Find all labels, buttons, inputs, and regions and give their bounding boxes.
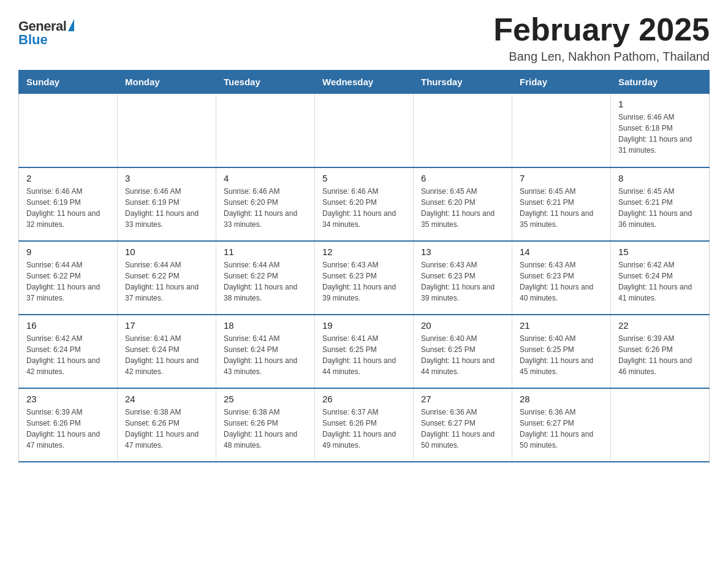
calendar-cell: 16Sunrise: 6:42 AMSunset: 6:24 PMDayligh… (19, 315, 118, 388)
day-number: 28 (520, 394, 603, 404)
day-of-week-header: Sunday (19, 71, 118, 94)
day-info: Sunrise: 6:45 AMSunset: 6:21 PMDaylight:… (618, 186, 702, 230)
day-number: 7 (520, 173, 603, 183)
day-info: Sunrise: 6:45 AMSunset: 6:20 PMDaylight:… (421, 186, 504, 230)
day-number: 6 (421, 173, 504, 183)
day-number: 2 (26, 173, 110, 183)
page-header: General Blue February 2025 Bang Len, Nak… (18, 12, 710, 64)
day-info: Sunrise: 6:43 AMSunset: 6:23 PMDaylight:… (421, 259, 504, 304)
calendar-cell: 27Sunrise: 6:36 AMSunset: 6:27 PMDayligh… (414, 388, 512, 462)
calendar-cell: 12Sunrise: 6:43 AMSunset: 6:23 PMDayligh… (315, 241, 414, 315)
day-info: Sunrise: 6:38 AMSunset: 6:26 PMDaylight:… (224, 407, 307, 451)
calendar-cell: 20Sunrise: 6:40 AMSunset: 6:25 PMDayligh… (414, 315, 512, 388)
day-of-week-header: Wednesday (315, 71, 414, 94)
calendar-cell: 24Sunrise: 6:38 AMSunset: 6:26 PMDayligh… (118, 388, 216, 462)
day-number: 3 (125, 173, 208, 183)
day-number: 26 (322, 394, 406, 404)
calendar-cell: 25Sunrise: 6:38 AMSunset: 6:26 PMDayligh… (216, 388, 315, 462)
day-info: Sunrise: 6:46 AMSunset: 6:20 PMDaylight:… (224, 186, 307, 230)
day-info: Sunrise: 6:37 AMSunset: 6:26 PMDaylight:… (322, 407, 406, 451)
day-number: 15 (618, 247, 702, 257)
calendar-cell (216, 94, 315, 167)
calendar-cell (118, 94, 216, 167)
day-info: Sunrise: 6:46 AMSunset: 6:20 PMDaylight:… (322, 186, 406, 230)
calendar-cell: 5Sunrise: 6:46 AMSunset: 6:20 PMDaylight… (315, 167, 414, 241)
calendar-cell: 7Sunrise: 6:45 AMSunset: 6:21 PMDaylight… (512, 167, 611, 241)
calendar-cell: 6Sunrise: 6:45 AMSunset: 6:20 PMDaylight… (414, 167, 512, 241)
calendar-week-row: 9Sunrise: 6:44 AMSunset: 6:22 PMDaylight… (19, 241, 710, 315)
calendar-cell: 17Sunrise: 6:41 AMSunset: 6:24 PMDayligh… (118, 315, 216, 388)
day-info: Sunrise: 6:44 AMSunset: 6:22 PMDaylight:… (224, 259, 307, 304)
day-number: 24 (125, 394, 208, 404)
calendar-cell (19, 94, 118, 167)
calendar-cell: 14Sunrise: 6:43 AMSunset: 6:23 PMDayligh… (512, 241, 611, 315)
calendar-week-row: 1Sunrise: 6:46 AMSunset: 6:18 PMDaylight… (19, 94, 710, 167)
calendar-cell: 1Sunrise: 6:46 AMSunset: 6:18 PMDaylight… (611, 94, 710, 167)
day-info: Sunrise: 6:45 AMSunset: 6:21 PMDaylight:… (520, 186, 603, 230)
day-number: 14 (520, 247, 603, 257)
day-info: Sunrise: 6:43 AMSunset: 6:23 PMDaylight:… (322, 259, 406, 304)
day-number: 12 (322, 247, 406, 257)
day-number: 27 (421, 394, 504, 404)
day-number: 10 (125, 247, 208, 257)
calendar-cell: 26Sunrise: 6:37 AMSunset: 6:26 PMDayligh… (315, 388, 414, 462)
day-info: Sunrise: 6:40 AMSunset: 6:25 PMDaylight:… (520, 333, 603, 377)
day-info: Sunrise: 6:36 AMSunset: 6:27 PMDaylight:… (421, 407, 504, 451)
day-of-week-header: Friday (512, 71, 611, 94)
logo-triangle-icon (68, 19, 74, 31)
day-number: 9 (26, 247, 110, 257)
day-number: 16 (26, 320, 110, 331)
day-info: Sunrise: 6:39 AMSunset: 6:26 PMDaylight:… (26, 407, 110, 451)
day-of-week-header: Tuesday (216, 71, 315, 94)
calendar-cell: 9Sunrise: 6:44 AMSunset: 6:22 PMDaylight… (19, 241, 118, 315)
day-number: 19 (322, 320, 406, 331)
day-info: Sunrise: 6:40 AMSunset: 6:25 PMDaylight:… (421, 333, 504, 377)
day-info: Sunrise: 6:38 AMSunset: 6:26 PMDaylight:… (125, 407, 208, 451)
day-number: 5 (322, 173, 406, 183)
calendar-header-row: SundayMondayTuesdayWednesdayThursdayFrid… (19, 71, 710, 94)
calendar-table: SundayMondayTuesdayWednesdayThursdayFrid… (18, 70, 710, 462)
logo: General Blue (18, 18, 74, 48)
calendar-cell: 19Sunrise: 6:41 AMSunset: 6:25 PMDayligh… (315, 315, 414, 388)
day-number: 13 (421, 247, 504, 257)
day-number: 21 (520, 320, 603, 331)
calendar-cell: 3Sunrise: 6:46 AMSunset: 6:19 PMDaylight… (118, 167, 216, 241)
day-number: 4 (224, 173, 307, 183)
day-of-week-header: Saturday (611, 71, 710, 94)
calendar-cell: 15Sunrise: 6:42 AMSunset: 6:24 PMDayligh… (611, 241, 710, 315)
calendar-cell: 18Sunrise: 6:41 AMSunset: 6:24 PMDayligh… (216, 315, 315, 388)
day-number: 25 (224, 394, 307, 404)
day-number: 11 (224, 247, 307, 257)
day-info: Sunrise: 6:36 AMSunset: 6:27 PMDaylight:… (520, 407, 603, 451)
calendar-week-row: 2Sunrise: 6:46 AMSunset: 6:19 PMDaylight… (19, 167, 710, 241)
day-info: Sunrise: 6:41 AMSunset: 6:25 PMDaylight:… (322, 333, 406, 377)
calendar-cell (315, 94, 414, 167)
day-info: Sunrise: 6:42 AMSunset: 6:24 PMDaylight:… (618, 259, 702, 304)
calendar-cell: 21Sunrise: 6:40 AMSunset: 6:25 PMDayligh… (512, 315, 611, 388)
calendar-cell: 13Sunrise: 6:43 AMSunset: 6:23 PMDayligh… (414, 241, 512, 315)
calendar-cell: 23Sunrise: 6:39 AMSunset: 6:26 PMDayligh… (19, 388, 118, 462)
calendar-cell: 2Sunrise: 6:46 AMSunset: 6:19 PMDaylight… (19, 167, 118, 241)
calendar-cell: 28Sunrise: 6:36 AMSunset: 6:27 PMDayligh… (512, 388, 611, 462)
calendar-subtitle: Bang Len, Nakhon Pathom, Thailand (493, 50, 710, 64)
day-info: Sunrise: 6:46 AMSunset: 6:19 PMDaylight:… (26, 186, 110, 230)
calendar-cell (512, 94, 611, 167)
day-number: 18 (224, 320, 307, 331)
day-number: 22 (618, 320, 702, 331)
day-number: 23 (26, 394, 110, 404)
day-info: Sunrise: 6:41 AMSunset: 6:24 PMDaylight:… (125, 333, 208, 377)
calendar-title: February 2025 (493, 12, 710, 47)
calendar-cell: 22Sunrise: 6:39 AMSunset: 6:26 PMDayligh… (611, 315, 710, 388)
calendar-cell: 8Sunrise: 6:45 AMSunset: 6:21 PMDaylight… (611, 167, 710, 241)
logo-blue-text: Blue (18, 32, 48, 48)
day-info: Sunrise: 6:44 AMSunset: 6:22 PMDaylight:… (125, 259, 208, 304)
calendar-week-row: 23Sunrise: 6:39 AMSunset: 6:26 PMDayligh… (19, 388, 710, 462)
day-of-week-header: Monday (118, 71, 216, 94)
day-info: Sunrise: 6:46 AMSunset: 6:19 PMDaylight:… (125, 186, 208, 230)
day-info: Sunrise: 6:41 AMSunset: 6:24 PMDaylight:… (224, 333, 307, 377)
title-area: February 2025 Bang Len, Nakhon Pathom, T… (493, 12, 710, 64)
day-info: Sunrise: 6:44 AMSunset: 6:22 PMDaylight:… (26, 259, 110, 304)
day-number: 1 (618, 99, 702, 109)
day-info: Sunrise: 6:42 AMSunset: 6:24 PMDaylight:… (26, 333, 110, 377)
calendar-cell (414, 94, 512, 167)
